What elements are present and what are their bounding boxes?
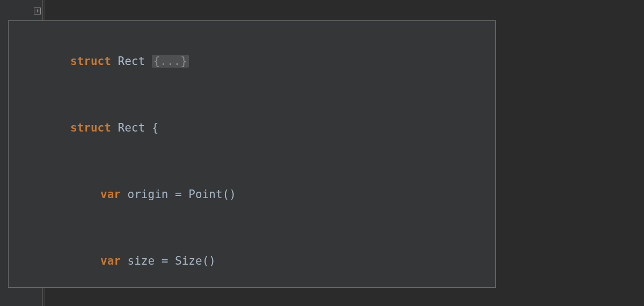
type-name: Rect xyxy=(111,55,152,68)
fold-ellipsis[interactable]: {...} xyxy=(152,55,189,68)
code-line: var origin = Point() xyxy=(70,186,644,203)
code-text: origin = Point() xyxy=(121,188,236,201)
code-line: var size = Size() xyxy=(70,253,644,269)
keyword-var: var xyxy=(100,188,121,201)
code-line: struct Rect {...} xyxy=(70,53,644,70)
brace: { xyxy=(152,121,159,134)
code-editor-area[interactable]: struct Rect {...} struct Rect { var orig… xyxy=(45,0,644,306)
keyword-struct: struct xyxy=(70,55,111,68)
code-line: struct Rect { xyxy=(70,120,644,136)
code-text: size = Size() xyxy=(121,254,216,267)
editor-gutter: + xyxy=(0,0,45,306)
keyword-struct: struct xyxy=(70,121,111,134)
fold-expand-icon[interactable]: + xyxy=(34,8,41,14)
gutter-fold-line xyxy=(42,0,43,306)
keyword-var: var xyxy=(100,254,121,267)
type-name: Rect xyxy=(111,121,152,134)
